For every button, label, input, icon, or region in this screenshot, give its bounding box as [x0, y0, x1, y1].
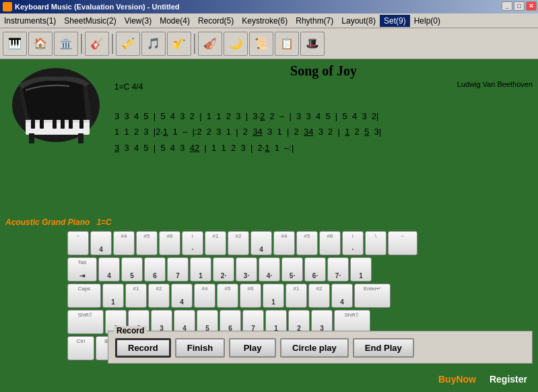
key-s4[interactable]: #4: [113, 231, 135, 255]
key-6d[interactable]: 6·: [304, 257, 326, 282]
key-ib[interactable]: i·: [342, 231, 364, 255]
main-area: Acoustic Grand Piano 1=C Song of Joy Lud…: [0, 59, 538, 392]
key-sh4a[interactable]: #4: [194, 284, 215, 308]
play-button[interactable]: Play: [229, 338, 276, 358]
key-enter[interactable]: Enter↵: [354, 284, 391, 308]
bottom-bar: BuyNow Register: [0, 366, 538, 392]
note-line-2: 1 1 2 3 |2·1 1 – |:2 2 3 1 | 2 34 3 1 | …: [114, 124, 533, 139]
keyboard-row-2: Tab⇥ 4 5 6 7 1 2· 3· 4· 5· 6· 7· 1: [67, 257, 533, 282]
key-shift-left[interactable]: Shift⇧: [67, 310, 104, 334]
svg-rect-6: [61, 120, 65, 129]
key-4a[interactable]: 4: [171, 284, 193, 308]
record-box: Record Record Finish Play Circle play En…: [108, 331, 533, 364]
app-title: Keyboard Music (Evaluation Version) - Un…: [15, 3, 179, 11]
key-caps[interactable]: Caps: [67, 284, 101, 308]
key-7[interactable]: 7: [167, 257, 189, 282]
key-sh2a[interactable]: #2: [148, 284, 170, 308]
svg-rect-8: [79, 120, 83, 129]
key-1d[interactable]: 1: [350, 257, 372, 282]
title-bar: Keyboard Music (Evaluation Version) - Un…: [0, 0, 538, 13]
toolbar-btn-5[interactable]: 🎺: [116, 32, 140, 56]
toolbar-btn-6[interactable]: 🎵: [141, 32, 166, 56]
record-buttons: Record Finish Play Circle play End Play: [115, 338, 525, 358]
toolbar-btn-7[interactable]: 🎷: [167, 32, 191, 56]
song-composer: Ludwig Van Beethoven: [114, 80, 533, 88]
key-sh1a[interactable]: #1: [125, 284, 147, 308]
key-4e[interactable]: 4: [331, 284, 353, 308]
toolbar-btn-10[interactable]: 📜: [249, 32, 273, 56]
record-button[interactable]: Record: [115, 338, 171, 358]
svg-rect-9: [29, 133, 34, 143]
key-tab[interactable]: Tab⇥: [67, 257, 97, 282]
key-4t[interactable]: 4: [90, 231, 112, 255]
svg-rect-5: [53, 120, 57, 129]
toolbar-separator-3: [194, 34, 195, 54]
record-box-label: Record: [114, 326, 147, 335]
key-s5b[interactable]: #5: [296, 231, 318, 255]
toolbar: 🎹 🏠 🏛️ 🎸 🎺 🎵 🎷 🎻 🌙 📜 📋 🎩: [0, 28, 538, 59]
key-s5[interactable]: #5: [136, 231, 158, 255]
key-1a[interactable]: 1: [102, 284, 124, 308]
note-line-1: 3 3 4 5 | 5 4 3 2 | 1 1 2 3 | 3·2 2 – | …: [114, 108, 533, 124]
menu-instruments[interactable]: Instruments(1): [0, 15, 60, 27]
key-sh2[interactable]: #2: [228, 231, 249, 255]
instrument-label: Acoustic Grand Piano 1=C: [5, 218, 112, 227]
key-1[interactable]: 1: [190, 257, 211, 282]
key-i1[interactable]: i·: [182, 231, 203, 255]
key-tilde[interactable]: ~: [67, 231, 89, 255]
key-2d[interactable]: 2·: [213, 257, 234, 282]
menu-mode[interactable]: Mode(4): [156, 15, 194, 27]
menu-set[interactable]: Set(9): [380, 15, 410, 27]
note-line-3: 3 3 4 5 | 5 4 3 42 | 1 1 2 3 | 2·1 1 –:|: [114, 140, 533, 156]
key-sh5a[interactable]: #5: [217, 284, 238, 308]
toolbar-btn-9[interactable]: 🌙: [224, 32, 248, 56]
key-bslash[interactable]: \: [365, 231, 386, 255]
keyboard-row-3: Caps 1 #1 #2 4 #4 #5 #6 1 #1 #2 4 Enter↵: [67, 284, 533, 308]
menu-record[interactable]: Record(5): [194, 15, 238, 27]
toolbar-btn-8[interactable]: 🎻: [198, 32, 222, 56]
circle-play-button[interactable]: Circle play: [280, 338, 349, 358]
menu-sheetmusic[interactable]: SheetMusic(2): [60, 15, 120, 27]
key-1b[interactable]: 1: [263, 284, 284, 308]
piano-image: [5, 65, 110, 152]
key-4b[interactable]: 4: [250, 231, 272, 255]
key-sh1b[interactable]: #1: [285, 284, 307, 308]
menu-keystroke[interactable]: Keystroke(6): [238, 15, 292, 27]
keyboard-row-1: ~ 4 #4 #5 #6 i· #1 #2 4 #4 #5 #6 i· \ ←: [67, 231, 533, 255]
menu-view[interactable]: View(3): [121, 15, 156, 27]
end-play-button[interactable]: End Play: [353, 338, 414, 358]
key-s6[interactable]: #6: [159, 231, 180, 255]
toolbar-btn-4[interactable]: 🎸: [85, 32, 109, 56]
key-5d[interactable]: 5·: [281, 257, 303, 282]
toolbar-btn-2[interactable]: 🏠: [28, 32, 53, 56]
close-button[interactable]: ✕: [526, 1, 537, 11]
menu-layout[interactable]: Layout(8): [337, 15, 380, 27]
menu-help[interactable]: Help(0): [410, 15, 444, 27]
toolbar-btn-3[interactable]: 🏛️: [54, 32, 78, 56]
menu-rhythm[interactable]: Rhythm(7): [292, 15, 337, 27]
key-3d[interactable]: 3·: [236, 257, 257, 282]
maximize-button[interactable]: □: [514, 1, 525, 11]
key-s4b[interactable]: #4: [273, 231, 295, 255]
key-sh1[interactable]: #1: [205, 231, 226, 255]
buy-now-link[interactable]: BuyNow: [438, 374, 476, 385]
svg-rect-4: [40, 120, 44, 129]
key-7d[interactable]: 7·: [327, 257, 349, 282]
key-4c[interactable]: 4: [98, 257, 120, 282]
toolbar-btn-11[interactable]: 📋: [275, 32, 299, 56]
key-ctrl-left[interactable]: Ctrl: [67, 336, 94, 360]
key-5[interactable]: 5: [121, 257, 143, 282]
key-sh6a[interactable]: #6: [240, 284, 261, 308]
app-icon: [3, 2, 12, 11]
key-6[interactable]: 6: [144, 257, 166, 282]
key-4d[interactable]: 4·: [259, 257, 280, 282]
key-sh2b[interactable]: #2: [308, 284, 330, 308]
key-s6b[interactable]: #6: [319, 231, 341, 255]
register-link[interactable]: Register: [490, 374, 527, 385]
finish-button[interactable]: Finish: [175, 338, 225, 358]
minimize-button[interactable]: _: [502, 1, 512, 11]
key-backspace[interactable]: ←: [388, 231, 417, 255]
toolbar-btn-12[interactable]: 🎩: [300, 32, 325, 56]
toolbar-separator-2: [112, 34, 113, 54]
toolbar-btn-1[interactable]: 🎹: [3, 32, 27, 56]
